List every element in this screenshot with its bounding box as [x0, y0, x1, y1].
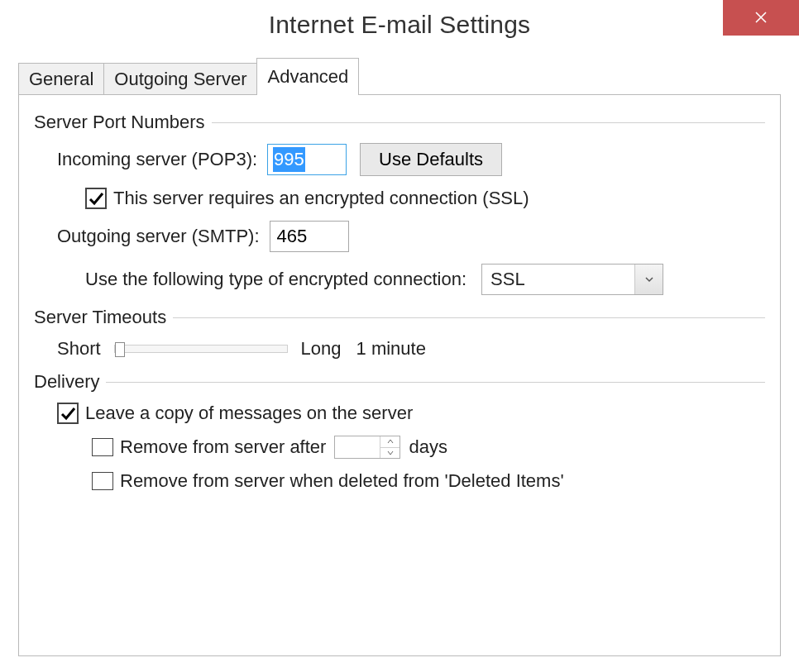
remove-deleted-label: Remove from server when deleted from 'De…	[120, 470, 564, 492]
remove-after-days-label: days	[409, 436, 447, 458]
remove-after-label: Remove from server after	[120, 436, 326, 458]
tab-outgoing-server[interactable]: Outgoing Server	[103, 63, 257, 95]
encryption-type-label: Use the following type of encrypted conn…	[85, 269, 466, 290]
group-header-delivery: Delivery	[34, 371, 99, 393]
outgoing-server-port-input[interactable]	[270, 221, 349, 252]
tab-advanced[interactable]: Advanced	[256, 58, 359, 95]
incoming-server-label: Incoming server (POP3):	[57, 149, 257, 170]
group-header-server-port-numbers: Server Port Numbers	[34, 112, 205, 133]
timeout-short-label: Short	[57, 338, 101, 360]
leave-copy-label: Leave a copy of messages on the server	[85, 403, 413, 424]
ssl-required-checkbox[interactable]	[85, 188, 107, 209]
remove-after-days-spinner[interactable]	[334, 436, 400, 459]
timeout-long-label: Long	[301, 338, 342, 360]
remove-after-checkbox[interactable]	[92, 438, 113, 456]
dialog-title: Internet E-mail Settings	[269, 11, 531, 39]
chevron-down-icon	[634, 265, 663, 294]
timeout-value: 1 minute	[356, 338, 426, 360]
tab-strip: General Outgoing Server Advanced	[18, 58, 781, 95]
slider-thumb[interactable]	[115, 342, 125, 357]
spinner-down-icon[interactable]	[380, 448, 400, 459]
group-header-server-timeouts: Server Timeouts	[34, 307, 166, 328]
use-defaults-button[interactable]: Use Defaults	[360, 143, 502, 176]
encryption-type-select[interactable]: SSL	[481, 264, 663, 295]
timeout-slider[interactable]	[114, 345, 288, 353]
outgoing-server-label: Outgoing server (SMTP):	[57, 226, 260, 247]
title-bar: Internet E-mail Settings	[0, 0, 799, 50]
tab-panel-advanced: Server Port Numbers Incoming server (POP…	[18, 94, 781, 656]
close-icon	[754, 7, 768, 29]
ssl-required-label: This server requires an encrypted connec…	[113, 188, 529, 209]
leave-copy-checkbox[interactable]	[57, 403, 79, 424]
tab-general[interactable]: General	[18, 63, 104, 95]
remove-deleted-checkbox[interactable]	[92, 472, 113, 490]
incoming-server-port-input[interactable]: 995	[267, 144, 347, 175]
spinner-up-icon[interactable]	[380, 436, 400, 448]
close-button[interactable]	[723, 0, 799, 36]
